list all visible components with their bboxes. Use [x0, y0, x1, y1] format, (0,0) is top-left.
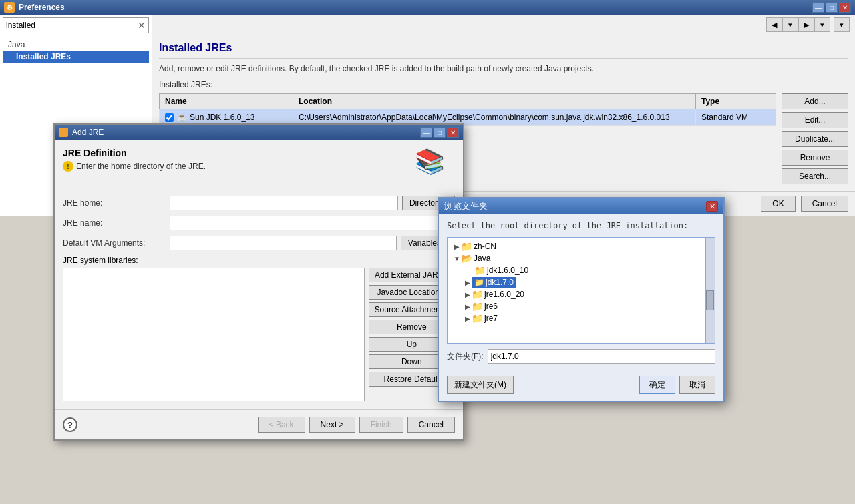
jre-def-left: JRE Definition ! Enter the home director… — [63, 148, 206, 172]
browse-dialog: 浏览文件夹 ✕ Select the root directory of the… — [438, 197, 725, 402]
browse-titlebar: 浏览文件夹 ✕ — [439, 198, 723, 214]
sidebar-item-installed-jres[interactable]: Installed JREs — [3, 51, 149, 63]
browse-title: 浏览文件夹 — [444, 200, 488, 212]
jre-icon: ☕ — [176, 112, 187, 123]
close-button[interactable]: ✕ — [839, 2, 851, 13]
tree-node-jre7[interactable]: ▶ 📁 jre7 — [450, 312, 712, 324]
next-button-dialog[interactable]: Next > — [309, 417, 355, 433]
jre-home-input[interactable] — [170, 196, 398, 210]
browse-folder-label: 文件夹(F): — [447, 351, 484, 362]
browse-tree: ▶ 📁 zh-CN ▼ 📂 Java 📁 jdk1.6.0_10 — [448, 238, 715, 327]
more-button[interactable]: ▾ — [834, 17, 850, 32]
browse-folder-input[interactable] — [488, 349, 715, 364]
scroll-thumb[interactable] — [706, 290, 714, 310]
add-jre-content: JRE Definition ! Enter the home director… — [55, 140, 463, 409]
tree-label-zh-cn: zh-CN — [474, 242, 496, 251]
app-icon: ⚙ — [4, 2, 15, 13]
search-clear-icon[interactable]: ✕ — [135, 19, 148, 32]
back-dropdown-button[interactable]: ▾ — [782, 17, 798, 32]
default-vm-input[interactable] — [170, 236, 397, 250]
add-jre-title: Add JRE — [72, 128, 104, 137]
add-button[interactable]: Add... — [782, 93, 848, 109]
maximize-button[interactable]: □ — [826, 2, 838, 13]
add-jre-minimize[interactable]: — — [420, 127, 432, 138]
browse-close-button[interactable]: ✕ — [706, 201, 718, 212]
default-vm-row: Default VM Arguments: Variables... — [63, 236, 455, 250]
libs-section: JRE system libraries: Add External JARs.… — [63, 256, 455, 401]
libs-list[interactable] — [63, 268, 365, 401]
page-description: Add, remove or edit JRE definitions. By … — [159, 64, 848, 73]
title-bar-controls: — □ ✕ — [812, 2, 851, 13]
warning-icon: ! — [63, 161, 73, 172]
folder-icon-java: 📂 — [461, 253, 472, 264]
browse-scrollbar[interactable] — [705, 238, 715, 343]
tree-label-jre7: jre7 — [484, 314, 498, 323]
add-jre-close[interactable]: ✕ — [447, 127, 459, 138]
browse-confirm-button[interactable]: 确定 — [639, 376, 675, 394]
footer-left: ? — [63, 417, 77, 432]
toolbar: ◀ ▾ ▶ ▾ ▾ — [152, 15, 855, 35]
minimize-button[interactable]: — — [812, 2, 824, 13]
add-jre-titlebar: Add JRE — □ ✕ — [55, 125, 463, 140]
jre-home-row: JRE home: Directory... — [63, 196, 455, 210]
expander-jre6: ▶ — [464, 302, 472, 310]
tree-node-java[interactable]: ▼ 📂 Java — [450, 252, 712, 264]
app-title: Preferences — [19, 3, 65, 12]
remove-button[interactable]: Remove — [782, 150, 848, 166]
jre-name-row: JRE name: — [63, 216, 455, 230]
browse-cancel-button[interactable]: 取消 — [679, 376, 715, 394]
tree-node-jdk160[interactable]: 📁 jdk1.6.0_10 — [450, 264, 712, 276]
jre-def-right: 📚 — [415, 148, 455, 188]
edit-button[interactable]: Edit... — [782, 112, 848, 128]
browse-footer: 新建文件夹(M) 确定 取消 — [439, 370, 723, 401]
warning-row: ! Enter the home directory of the JRE. — [63, 161, 206, 172]
expander-java: ▼ — [453, 254, 461, 262]
dialog-cancel-button[interactable]: Cancel — [407, 417, 455, 433]
jre-type-cell: Standard VM — [696, 109, 776, 126]
jre-def-heading: JRE Definition — [63, 148, 206, 158]
duplicate-button[interactable]: Duplicate... — [782, 131, 848, 147]
browse-content: Select the root directory of the JRE ins… — [439, 214, 723, 370]
add-jre-controls: — □ ✕ — [420, 127, 459, 138]
browse-actions: 确定 取消 — [639, 376, 715, 394]
browse-tree-container: ▶ 📁 zh-CN ▼ 📂 Java 📁 jdk1.6.0_10 — [447, 237, 715, 344]
search-button[interactable]: Search... — [782, 168, 848, 184]
add-jre-maximize[interactable]: □ — [434, 127, 446, 138]
add-jre-icon — [59, 128, 68, 137]
default-vm-label: Default VM Arguments: — [63, 238, 170, 248]
tree-label-jre160: jre1.6.0_20 — [484, 290, 524, 299]
right-panel: Add... Edit... Duplicate... Remove Searc… — [782, 93, 848, 184]
forward-button[interactable]: ▶ — [798, 17, 814, 32]
back-button-dialog[interactable]: < Back — [258, 417, 305, 433]
toolbar-separator — [832, 19, 832, 31]
finish-button[interactable]: Finish — [359, 417, 403, 433]
sidebar-tree: Java Installed JREs — [3, 36, 149, 65]
tree-node-zh-cn[interactable]: ▶ 📁 zh-CN — [450, 240, 712, 252]
col-header-name: Name — [160, 94, 293, 109]
new-folder-button[interactable]: 新建文件夹(M) — [447, 376, 514, 394]
libs-label: JRE system libraries: — [63, 256, 455, 265]
footer-right: < Back Next > Finish Cancel — [258, 417, 455, 433]
folder-icon-jdk170: 📁 — [474, 278, 484, 287]
col-header-location: Location — [293, 94, 696, 109]
main-cancel-button[interactable]: Cancel — [801, 196, 848, 212]
back-button[interactable]: ◀ — [766, 17, 782, 32]
sidebar-item-java[interactable]: Java — [3, 39, 149, 51]
jre-def-header: JRE Definition ! Enter the home director… — [63, 148, 455, 188]
add-jre-footer: ? < Back Next > Finish Cancel — [55, 409, 463, 439]
tree-node-jre6[interactable]: ▶ 📁 jre6 — [450, 300, 712, 312]
ok-button[interactable]: OK — [761, 196, 795, 212]
tree-label-java: Java — [474, 254, 490, 263]
folder-icon-jre7: 📁 — [472, 313, 483, 324]
jre-name-input[interactable] — [170, 216, 455, 230]
forward-dropdown-button[interactable]: ▾ — [814, 17, 830, 32]
jre-name: Sun JDK 1.6.0_13 — [190, 113, 254, 122]
libs-area: Add External JARs... Javadoc Location...… — [63, 268, 455, 401]
help-button[interactable]: ? — [63, 417, 77, 432]
tree-node-jdk170[interactable]: ▶ 📁 jdk1.7.0 — [450, 276, 712, 288]
search-input[interactable] — [3, 21, 135, 30]
expander-jre7: ▶ — [464, 314, 472, 322]
tree-node-jre160[interactable]: ▶ 📁 jre1.6.0_20 — [450, 288, 712, 300]
jre-checkbox[interactable] — [165, 113, 174, 122]
jre-name-label: JRE name: — [63, 218, 170, 228]
